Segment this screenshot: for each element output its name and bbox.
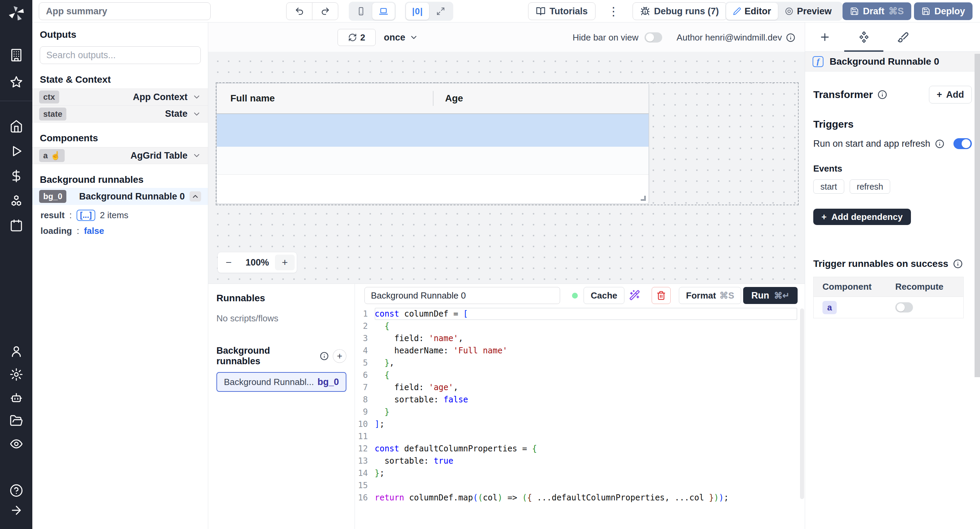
info-icon[interactable] [935,139,944,148]
background-runnable-item[interactable]: Background Runnabl... bg_0 [216,372,347,392]
column-header-fullname[interactable]: Full name [217,83,433,113]
diamonds-icon [858,31,870,43]
collapse-chevron-button[interactable] [189,191,201,202]
app-summary-input[interactable] [39,2,211,20]
code-line-4[interactable]: 4 headerName: 'Full name' [355,344,797,357]
aggrid-table-component[interactable]: Full name Age [216,83,649,204]
app-canvas[interactable]: 2 once Hide bar on view Author henri@win… [208,22,805,284]
windmill-logo[interactable] [0,3,32,22]
search-outputs-input[interactable] [40,46,201,64]
rail-eye-icon[interactable] [0,432,32,456]
info-icon[interactable] [786,33,795,42]
code-line-16[interactable]: 16return columnDef.map((col) => ({ ...de… [355,492,797,504]
rail-dollar-icon[interactable] [0,163,32,188]
output-row-bg0[interactable]: bg_0 Background Runnable 0 [32,188,208,205]
editor-tab[interactable]: Editor [726,3,778,20]
code-line-14[interactable]: 14}; [355,467,797,479]
code-line-5[interactable]: 5 }, [355,357,797,369]
table-header-row: Full name Age [217,83,649,114]
output-row-ctx[interactable]: ctx App Context [32,89,208,105]
redo-button[interactable] [312,2,338,20]
rail-help-icon[interactable] [0,481,32,500]
undo-button[interactable] [286,2,312,20]
fullwidth-layout-button[interactable] [429,3,452,20]
recompute-toggle[interactable] [895,302,913,312]
code-line-1[interactable]: 1const columnDef = [ [355,308,797,320]
run-on-start-toggle[interactable] [953,138,972,149]
debug-runs-button[interactable]: Debug runs (7) [633,2,727,20]
rail-play-icon[interactable] [0,139,32,163]
more-menu-button[interactable]: ⋮ [607,2,620,20]
tab-components[interactable] [844,22,883,51]
rail-arrow-right-icon[interactable] [0,500,32,520]
editor-label: Editor [745,6,771,17]
add-transformer-button[interactable]: + Add [929,86,972,104]
event-chip-start: start [813,179,844,194]
format-button[interactable]: Format ⌘S [679,287,741,304]
expand-icon [436,7,445,16]
tab-styling[interactable] [883,22,923,51]
chevron-up-icon [191,192,199,201]
preview-tab[interactable]: Preview [778,3,838,20]
resize-handle[interactable] [641,196,646,201]
desktop-view-button[interactable] [372,3,395,20]
add-dependency-button[interactable]: + Add dependency [813,209,911,225]
left-nav-rail [0,0,32,529]
save-icon [921,7,930,16]
rail-star-icon[interactable] [0,69,32,96]
column-header-age[interactable]: Age [434,83,649,113]
info-icon[interactable] [320,352,329,360]
deploy-button[interactable]: Deploy [914,2,972,20]
editor-scrollbar[interactable] [800,308,804,499]
code-line-12[interactable]: 12const defaultColumnProperties = { [355,443,797,455]
rail-folder-open-icon[interactable] [0,409,32,432]
refresh-count-button[interactable]: 2 [337,29,375,46]
run-button[interactable]: Run ⌘↵ [743,287,798,304]
centered-layout-button[interactable]: |0| [406,3,429,20]
ai-wand-button[interactable] [629,290,640,301]
cache-button[interactable]: Cache [584,287,624,304]
rail-calendar-icon[interactable] [0,213,32,238]
code-line-9[interactable]: 9 } [355,406,797,418]
code-line-11[interactable]: 11 [355,430,797,443]
canvas-grid[interactable]: Full name Age − 100% + [208,52,805,284]
info-icon[interactable] [953,259,963,269]
zoom-in-button[interactable]: + [275,255,295,270]
interval-dropdown[interactable]: once [384,29,418,46]
rail-user-icon[interactable] [0,340,32,363]
code-line-3[interactable]: 3 field: 'name', [355,332,797,344]
output-row-state[interactable]: state State [32,105,208,123]
code-line-15[interactable]: 15 [355,479,797,492]
rail-group-3 [0,340,32,456]
code-editor[interactable]: 1const columnDef = [2 {3 field: 'name',4… [355,308,797,529]
runnable-name-input[interactable] [364,287,560,304]
zoom-out-button[interactable]: − [218,252,240,272]
panel-scrollbar[interactable] [975,54,980,377]
delete-runnable-button[interactable] [652,287,671,304]
tab-insert[interactable] [805,22,844,51]
chevron-down-icon[interactable] [192,92,201,102]
hide-bar-toggle[interactable] [644,32,662,43]
rail-building-icon[interactable] [0,41,32,69]
table-row-selected[interactable] [217,114,649,147]
chevron-down-icon[interactable] [192,151,201,160]
chevron-down-icon[interactable] [192,110,201,118]
expand-result-chip[interactable]: [...] [76,210,95,221]
add-background-runnable-button[interactable]: + [333,349,347,363]
info-icon[interactable] [878,90,887,99]
table-row[interactable] [217,147,649,175]
draft-button[interactable]: Draft ⌘S [843,2,911,20]
rail-home-icon[interactable] [0,114,32,139]
code-line-8[interactable]: 8 sortable: false [355,394,797,406]
code-line-13[interactable]: 13 sortable: true [355,455,797,467]
mobile-view-button[interactable] [350,3,372,20]
rail-bot-icon[interactable] [0,386,32,409]
output-row-component-a[interactable]: a☝ AgGrid Table [32,147,208,164]
code-line-7[interactable]: 7 field: 'age', [355,381,797,394]
code-line-6[interactable]: 6 { [355,369,797,381]
rail-boxes-icon[interactable] [0,188,32,213]
tutorials-button[interactable]: Tutorials [528,2,595,20]
code-line-10[interactable]: 10]; [355,418,797,430]
rail-settings-icon[interactable] [0,363,32,386]
code-line-2[interactable]: 2 { [355,320,797,332]
